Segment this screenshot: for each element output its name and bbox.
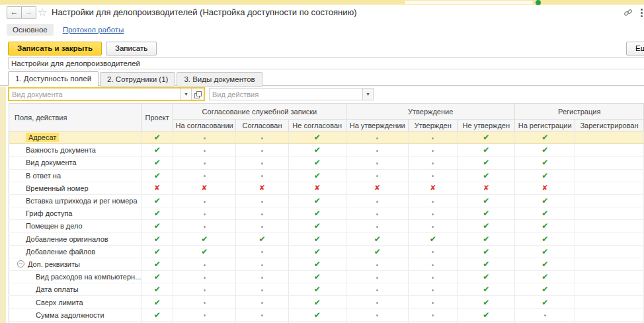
cell-default[interactable] [236,296,288,308]
cell-empty[interactable] [575,271,643,283]
cell-allowed[interactable]: ✔ [458,258,515,270]
cell-default[interactable] [236,258,288,270]
favorite-star-icon[interactable]: ☆ [38,6,47,18]
cell-default[interactable] [173,308,236,321]
table-row[interactable]: Доп. реквизиты✔✔✔✔ [9,258,644,270]
cell-default[interactable] [236,283,288,296]
cell-empty[interactable] [575,207,643,220]
row-label-cell[interactable]: Добавление файлов [9,245,141,258]
cell-allowed[interactable]: ✔ [515,283,575,296]
cell-default[interactable] [173,144,236,157]
cell-denied[interactable]: ✘ [236,182,288,194]
get-link-icon[interactable] [624,8,633,20]
cell-default[interactable] [346,220,409,233]
cell-default[interactable] [409,258,458,270]
cell-allowed[interactable]: ✔ [458,233,515,245]
cell-allowed[interactable]: ✔ [288,157,346,169]
table-row[interactable]: В ответ на✔✔✔✔ [9,169,644,182]
cell-allowed[interactable]: ✔ [141,207,173,220]
cell-empty[interactable] [575,258,643,270]
cell-allowed[interactable]: ✔ [141,169,173,182]
table-row[interactable]: Адресат✔✔✔✔ [9,131,644,144]
cell-default[interactable] [346,308,409,321]
cell-allowed[interactable]: ✔ [141,233,173,245]
cell-default[interactable] [409,131,458,144]
cell-default[interactable] [409,283,458,296]
cell-allowed[interactable]: ✔ [173,233,236,245]
cell-allowed[interactable]: ✔ [288,258,346,270]
cell-allowed[interactable]: ✔ [288,233,346,245]
cell-allowed[interactable]: ✔ [288,271,346,283]
forward-button[interactable]: → [21,6,36,19]
cell-allowed[interactable]: ✔ [515,233,575,245]
cell-allowed[interactable]: ✔ [458,207,515,220]
cell-default[interactable] [173,157,236,169]
cell-allowed[interactable]: ✔ [515,144,575,157]
cell-denied[interactable]: ✘ [409,182,458,194]
cell-empty[interactable] [575,233,643,245]
cell-allowed[interactable]: ✔ [515,258,575,270]
row-label-cell[interactable]: Временный номер [9,182,141,194]
cell-denied[interactable]: ✘ [173,182,236,194]
cell-default[interactable] [409,245,458,258]
cell-allowed[interactable]: ✔ [458,308,515,321]
cell-allowed[interactable]: ✔ [141,283,173,296]
more-menu-icon[interactable] [641,9,643,18]
cell-default[interactable] [236,194,288,207]
cell-allowed[interactable]: ✔ [409,233,458,245]
row-label-cell[interactable]: Вид документа [9,157,141,169]
cell-default[interactable] [173,271,236,283]
table-row[interactable]: Добавление файлов✔✔✔✔✔✔ [9,245,644,258]
cell-allowed[interactable]: ✔ [141,258,173,270]
cell-allowed[interactable]: ✔ [288,131,346,144]
cell-allowed[interactable]: ✔ [515,220,575,233]
cell-allowed[interactable]: ✔ [288,169,346,182]
cell-default[interactable] [173,207,236,220]
cell-denied[interactable]: ✘ [346,182,409,194]
cell-default[interactable] [515,308,575,321]
cell-allowed[interactable]: ✔ [141,296,173,308]
cell-allowed[interactable]: ✔ [288,207,346,220]
tab-document-kinds[interactable]: 3. Виды документов [177,72,262,87]
cell-allowed[interactable]: ✔ [458,245,515,258]
cell-allowed[interactable]: ✔ [288,308,346,321]
cell-empty[interactable] [575,245,643,258]
cell-allowed[interactable]: ✔ [458,283,515,296]
row-label-cell[interactable]: Помещен в дело [9,220,141,233]
cell-empty[interactable] [575,296,643,308]
cell-allowed[interactable]: ✔ [458,144,515,157]
cell-empty[interactable] [575,169,643,182]
table-row[interactable]: Сверх лимита✔✔✔✔ [9,296,644,308]
cell-empty[interactable] [575,220,643,233]
cell-default[interactable] [346,258,409,270]
table-row[interactable]: Вид расходов на компьютерн...✔✔✔✔ [9,271,644,283]
more-button[interactable]: Еще [626,42,644,55]
cell-allowed[interactable]: ✔ [236,233,288,245]
cell-allowed[interactable]: ✔ [288,220,346,233]
cell-allowed[interactable]: ✔ [515,131,575,144]
cell-allowed[interactable]: ✔ [515,194,575,207]
cell-empty[interactable] [575,131,643,144]
cell-default[interactable] [173,131,236,144]
cell-allowed[interactable]: ✔ [458,296,515,308]
back-button[interactable]: ← [7,6,22,19]
cell-allowed[interactable]: ✔ [515,296,575,308]
cell-allowed[interactable]: ✔ [173,245,236,258]
cell-default[interactable] [173,283,236,296]
row-label-cell[interactable]: Сумма задолжности [9,308,141,321]
cell-denied[interactable]: ✘ [141,182,173,194]
cell-allowed[interactable]: ✔ [288,245,346,258]
cell-default[interactable] [236,157,288,169]
cell-allowed[interactable]: ✔ [141,131,173,144]
cell-default[interactable] [236,220,288,233]
cell-allowed[interactable]: ✔ [141,271,173,283]
table-row[interactable]: Сумма задолжности✔✔✔ [9,308,644,321]
cell-allowed[interactable]: ✔ [458,271,515,283]
table-row[interactable]: Вид документа✔✔✔✔ [9,157,644,169]
cell-default[interactable] [346,169,409,182]
row-label-cell[interactable]: Дата оплаты [9,283,141,296]
cell-default[interactable] [236,207,288,220]
cell-allowed[interactable]: ✔ [141,245,173,258]
cell-allowed[interactable]: ✔ [141,157,173,169]
cell-default[interactable] [236,144,288,157]
